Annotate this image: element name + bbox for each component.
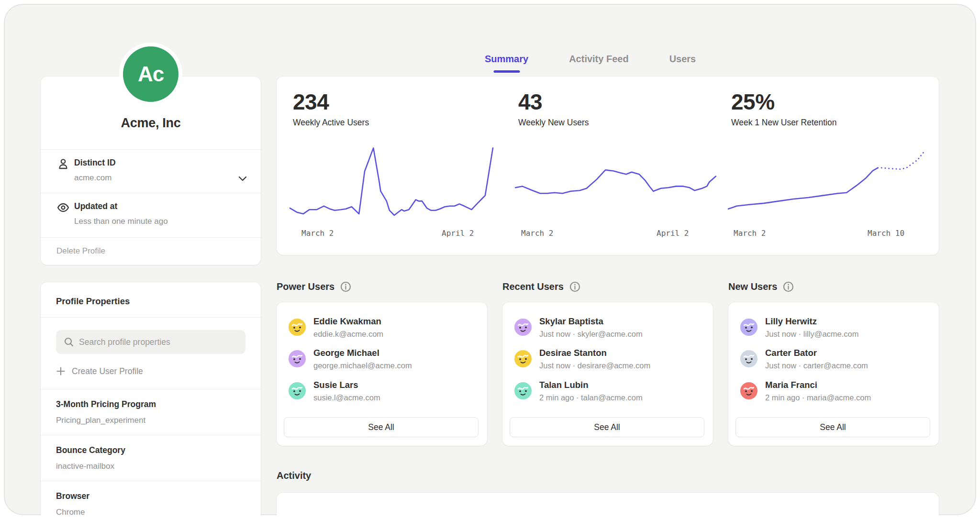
user-meta: Just now · skyler@acme.com: [539, 330, 643, 339]
week1-retention-chart: [728, 146, 931, 217]
x-tick: March 2: [521, 229, 553, 238]
user-list-item[interactable]: George Michaelgeorge.michael@acme.com: [289, 345, 478, 373]
property-label: 3-Month Pricing Program: [56, 399, 156, 409]
see-all-button[interactable]: See All: [510, 417, 704, 437]
user-name: Susie Lars: [313, 380, 358, 390]
search-icon: [64, 337, 74, 347]
delete-profile-button[interactable]: Delete Profile: [56, 246, 105, 256]
user-avatar: [289, 382, 306, 399]
stat-label: Weekly New Users: [518, 118, 589, 128]
x-tick: March 10: [868, 229, 904, 238]
stat-weekly-new-users: 43 Weekly New Users March 2 April 2: [518, 77, 721, 255]
stat-label: Weekly Active Users: [293, 118, 369, 128]
create-user-profile-label: Create User Profile: [72, 366, 143, 376]
new-users-header: New Users: [728, 281, 794, 292]
user-list-item[interactable]: Carter BatorJust now · carter@acme.com: [740, 345, 929, 373]
power-users-header: Power Users: [277, 281, 351, 292]
user-meta: Just now · desirare@acme.com: [539, 361, 650, 370]
tab-activity-feed[interactable]: Activity Feed: [569, 54, 628, 73]
distinct-id-value: acme.com: [74, 173, 111, 183]
chevron-down-icon[interactable]: [237, 173, 248, 184]
user-list-item[interactable]: Talan Lubin2 min ago · talan@acme.com: [514, 377, 703, 405]
stat-label: Week 1 New User Retention: [731, 118, 836, 128]
user-list-item[interactable]: Desirae StantonJust now · desirare@acme.…: [514, 345, 703, 373]
person-icon: [56, 157, 70, 171]
stat-value: 25%: [731, 91, 775, 113]
activity-stat-value: 240: [517, 513, 553, 515]
avatar-face: [289, 319, 306, 336]
recent-users-card: Skylar BaptistaJust now · skyler@acme.co…: [502, 302, 713, 446]
info-icon[interactable]: [783, 281, 794, 292]
property-label: Browser: [56, 491, 89, 501]
tab-summary[interactable]: Summary: [485, 54, 528, 73]
activity-stat-value: 3.4k: [731, 513, 773, 515]
user-list-item[interactable]: Skylar BaptistaJust now · skyler@acme.co…: [514, 314, 703, 342]
properties-list: 3-Month Pricing Program Pricing_plan_exp…: [41, 389, 261, 515]
weekly-active-users-chart: [290, 146, 493, 217]
stat-value: 234: [293, 91, 329, 113]
user-avatar: [514, 319, 532, 336]
user-avatar: [514, 382, 532, 399]
plus-icon: [56, 366, 66, 376]
user-list-item[interactable]: Lilly HerwitzJust now · lilly@acme.com: [740, 314, 929, 342]
user-name: Eddie Kwakman: [313, 316, 381, 327]
profile-properties-search[interactable]: [56, 330, 245, 354]
user-avatar: [289, 350, 306, 367]
user-avatar: [740, 350, 757, 367]
user-meta: george.michael@acme.com: [313, 361, 412, 370]
avatar-face: [514, 350, 532, 367]
user-avatar: [740, 382, 757, 399]
section-title: Power Users: [277, 281, 334, 292]
user-name: George Michael: [313, 348, 379, 358]
user-avatar: [514, 350, 532, 367]
property-row[interactable]: Browser Chrome: [41, 481, 261, 515]
property-row[interactable]: Bounce Category inactive-mailbox: [41, 435, 261, 481]
company-name: Acme, Inc: [41, 116, 261, 131]
property-value: Pricing_plan_experiment: [56, 416, 145, 425]
see-all-button[interactable]: See All: [735, 417, 930, 437]
summary-stats-card: 234 Weekly Active Users March 2 April 2 …: [277, 77, 939, 255]
user-name: Talan Lubin: [539, 380, 588, 390]
section-title: Recent Users: [502, 281, 564, 292]
see-all-button[interactable]: See All: [284, 417, 479, 437]
info-icon[interactable]: [569, 281, 580, 292]
avatar-face: [740, 319, 757, 336]
user-list-item[interactable]: Eddie Kwakmaneddie.k@acme.com: [289, 314, 478, 342]
info-icon[interactable]: [340, 281, 351, 292]
updated-at-row: Updated at Less than one minute ago: [41, 193, 261, 237]
company-avatar-initials: Ac: [123, 46, 178, 102]
property-value: inactive-mailbox: [56, 462, 114, 471]
section-title: New Users: [728, 281, 777, 292]
user-avatar: [740, 319, 757, 336]
avatar-face: [289, 382, 306, 399]
distinct-id-row[interactable]: Distinct ID acme.com: [41, 149, 261, 193]
property-value: Chrome: [56, 508, 85, 515]
updated-at-label: Updated at: [74, 201, 117, 211]
stat-value: 43: [518, 91, 542, 113]
user-avatar: [289, 319, 306, 336]
delete-profile-row[interactable]: Delete Profile: [41, 237, 261, 265]
avatar-face: [514, 382, 532, 399]
search-input[interactable]: [79, 330, 237, 354]
create-user-profile-button[interactable]: Create User Profile: [56, 364, 143, 379]
user-meta: 2 min ago · maria@acme.com: [765, 393, 871, 402]
user-name: Lilly Herwitz: [765, 316, 817, 327]
activity-section-title: Activity: [277, 470, 311, 481]
user-meta: Just now · lilly@acme.com: [765, 330, 859, 339]
power-users-card: Eddie Kwakmaneddie.k@acme.comGeorge Mich…: [277, 302, 487, 446]
weekly-new-users-chart: [515, 146, 718, 217]
user-meta: Just now · carter@acme.com: [765, 361, 868, 370]
avatar-face: [740, 350, 757, 367]
x-tick: April 2: [657, 229, 689, 238]
x-axis-ticks: March 2 April 2: [293, 229, 496, 239]
user-list-item[interactable]: Susie Larssusie.l@acme.com: [289, 377, 478, 405]
x-tick: March 2: [301, 229, 334, 238]
user-name: Desirae Stanton: [539, 348, 607, 358]
activity-card: 234 240 3.4k: [277, 493, 939, 515]
stat-weekly-active-users: 234 Weekly Active Users March 2 April 2: [293, 77, 496, 255]
user-name: Skylar Baptista: [539, 316, 603, 327]
tab-users[interactable]: Users: [669, 54, 696, 73]
new-users-card: Lilly HerwitzJust now · lilly@acme.comCa…: [728, 302, 939, 446]
property-row[interactable]: 3-Month Pricing Program Pricing_plan_exp…: [41, 389, 261, 435]
user-list-item[interactable]: Maria Franci2 min ago · maria@acme.com: [740, 377, 929, 405]
